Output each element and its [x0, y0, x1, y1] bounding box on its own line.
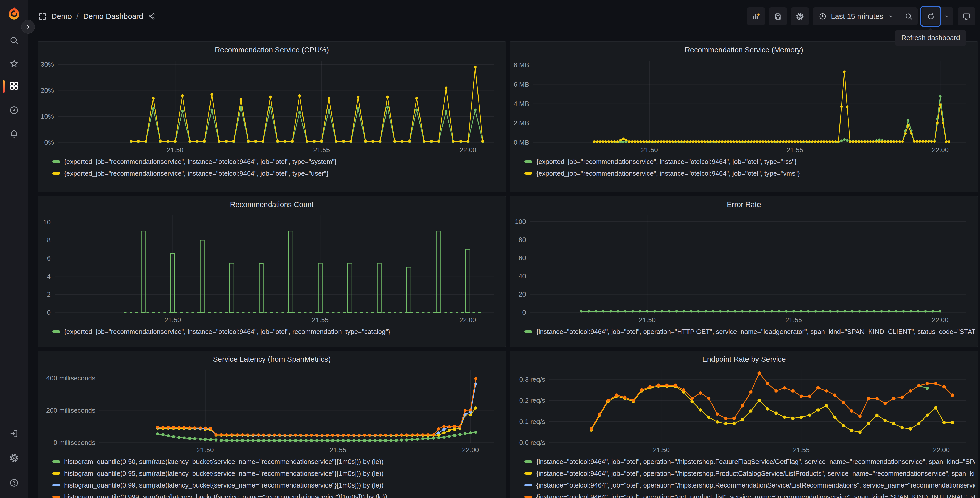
legend-swatch	[525, 172, 532, 175]
error-rate-chart[interactable]: 02040608010021:5021:5522:00	[513, 213, 975, 324]
refresh-interval-dropdown[interactable]	[940, 7, 953, 25]
svg-text:21:55: 21:55	[312, 316, 329, 324]
legend-item[interactable]: {exported_job="recommendationservice", i…	[525, 156, 975, 168]
legend-item[interactable]: histogram_quantile(0.95, sum(rate(latenc…	[52, 468, 503, 479]
grafana-logo[interactable]	[6, 6, 21, 21]
svg-text:400 milliseconds: 400 milliseconds	[46, 374, 95, 382]
svg-text:21:50: 21:50	[197, 446, 213, 454]
help-circle-icon	[9, 478, 19, 488]
time-range-label: Last 15 minutes	[831, 12, 883, 21]
svg-text:20: 20	[519, 290, 526, 298]
panel-cpu: Recommendation Service (CPU%) 0%10%20%30…	[38, 42, 506, 192]
svg-text:0.0 req/s: 0.0 req/s	[519, 439, 545, 446]
legend-item[interactable]: {instance="otelcol:9464", job="otel", op…	[525, 456, 975, 468]
panel-service-latency: Service Latency (from SpanMetrics) 0 mil…	[38, 351, 506, 498]
svg-text:22:00: 22:00	[932, 146, 948, 154]
sidebar-item-dashboards[interactable]	[6, 78, 21, 93]
time-picker-button[interactable]: Last 15 minutes	[813, 7, 899, 25]
refresh-icon	[927, 12, 935, 21]
svg-text:10: 10	[43, 218, 51, 226]
sidebar-item-sign-in[interactable]	[6, 426, 21, 441]
refresh-dashboard-button[interactable]: Refresh dashboard	[922, 7, 940, 25]
star-icon	[9, 59, 19, 69]
sidebar-item-starred[interactable]	[6, 56, 21, 71]
panels-grid: Recommendation Service (CPU%) 0%10%20%30…	[38, 42, 978, 498]
legend-label: {instance="otelcol:9464", job="otel", op…	[536, 493, 975, 498]
sidebar	[0, 0, 28, 498]
legend-item[interactable]: {instance="otelcol:9464", job="otel", op…	[525, 479, 975, 491]
legend-item[interactable]: {exported_job="recommendationservice", i…	[525, 168, 975, 179]
legend-swatch	[52, 460, 60, 463]
legend-item[interactable]: {exported_job="recommendationservice", i…	[52, 156, 503, 168]
service-latency-chart[interactable]: 0 milliseconds200 milliseconds400 millis…	[41, 367, 503, 454]
svg-text:0.1 req/s: 0.1 req/s	[519, 418, 545, 425]
legend-swatch	[525, 472, 532, 475]
legend-swatch	[525, 460, 532, 463]
refresh-tooltip: Refresh dashboard	[895, 30, 966, 46]
recommendations-count-chart[interactable]: 024681021:5021:5522:00	[41, 213, 503, 324]
breadcrumb-page-title[interactable]: Demo Dashboard	[83, 12, 143, 21]
svg-text:0: 0	[47, 308, 51, 316]
legend-item[interactable]: {instance="otelcol:9464", job="otel", op…	[525, 326, 975, 337]
svg-text:21:50: 21:50	[164, 316, 181, 324]
panel-title[interactable]: Service Latency (from SpanMetrics)	[41, 351, 503, 367]
svg-text:30%: 30%	[41, 61, 54, 68]
legend-item[interactable]: {exported_job="recommendationservice", i…	[52, 168, 503, 179]
endpoint-rate-chart[interactable]: 0.0 req/s0.1 req/s0.2 req/s0.3 req/s21:5…	[513, 367, 975, 454]
sidebar-expand-button[interactable]	[21, 20, 35, 34]
legend-label: {instance="otelcol:9464", job="otel", op…	[536, 469, 975, 477]
legend-swatch	[525, 484, 532, 487]
sidebar-item-help[interactable]	[6, 476, 21, 490]
svg-text:2: 2	[47, 290, 51, 298]
legend-item[interactable]: histogram_quantile(0.99, sum(rate(latenc…	[52, 479, 503, 491]
panel-recommendations-count: Recommendations Count 024681021:5021:552…	[38, 196, 506, 347]
panel-title[interactable]: Error Rate	[513, 196, 975, 213]
service-latency-legend: histogram_quantile(0.50, sum(rate(latenc…	[41, 454, 503, 498]
svg-text:10%: 10%	[41, 112, 54, 120]
panel-title[interactable]: Endpoint Rate by Service	[513, 351, 975, 367]
legend-label: histogram_quantile(0.95, sum(rate(latenc…	[64, 469, 383, 477]
svg-text:0: 0	[522, 308, 526, 316]
chevron-right-icon	[25, 24, 31, 30]
panel-title[interactable]: Recommendations Count	[41, 196, 503, 213]
legend-item[interactable]: {exported_job="recommendationservice", i…	[52, 326, 503, 337]
legend-item[interactable]: histogram_quantile(0.50, sum(rate(latenc…	[52, 456, 503, 468]
sidebar-item-search[interactable]	[6, 33, 21, 48]
svg-text:0 milliseconds: 0 milliseconds	[54, 439, 95, 446]
dashboard-toolbar: Last 15 minutes Refresh dashboard	[747, 7, 975, 25]
share-alt-icon[interactable]	[148, 13, 156, 20]
svg-text:200 milliseconds: 200 milliseconds	[46, 407, 95, 414]
legend-label: histogram_quantile(0.50, sum(rate(latenc…	[64, 458, 383, 466]
legend-swatch	[52, 484, 60, 487]
save-dashboard-button[interactable]	[769, 7, 787, 25]
memory-chart[interactable]: 0 MB2 MB4 MB6 MB8 MB21:5021:5522:00	[513, 58, 975, 154]
sidebar-item-settings[interactable]	[6, 450, 21, 465]
legend-item[interactable]: {instance="otelcol:9464", job="otel", op…	[525, 491, 975, 498]
breadcrumb-separator: /	[76, 12, 78, 21]
svg-text:4: 4	[47, 273, 51, 280]
panel-memory: Recommendation Service (Memory) 0 MB2 MB…	[510, 42, 978, 192]
svg-text:0%: 0%	[44, 139, 54, 146]
kiosk-mode-button[interactable]	[958, 7, 975, 25]
legend-swatch	[52, 160, 60, 163]
zoom-out-time-button[interactable]	[900, 7, 918, 25]
legend-item[interactable]: histogram_quantile(0.999, sum(rate(laten…	[52, 491, 503, 498]
legend-label: {exported_job="recommendationservice", i…	[64, 158, 337, 166]
legend-item[interactable]: {instance="otelcol:9464", job="otel", op…	[525, 468, 975, 479]
svg-text:8: 8	[47, 236, 51, 244]
add-panel-button[interactable]	[747, 7, 765, 25]
error-rate-legend: {instance="otelcol:9464", job="otel", op…	[513, 324, 975, 337]
dashboard-settings-button[interactable]	[791, 7, 809, 25]
legend-label: histogram_quantile(0.999, sum(rate(laten…	[64, 493, 387, 498]
svg-text:22:00: 22:00	[932, 316, 948, 324]
svg-text:21:55: 21:55	[313, 146, 330, 154]
legend-swatch	[52, 172, 60, 175]
cpu-chart[interactable]: 0%10%20%30%21:5021:5522:00	[41, 58, 503, 154]
active-nav-indicator	[3, 80, 5, 93]
search-icon	[9, 35, 19, 45]
sidebar-item-alerting[interactable]	[6, 126, 21, 141]
breadcrumb-folder[interactable]: Demo	[51, 12, 72, 21]
panel-title[interactable]: Recommendation Service (CPU%)	[41, 42, 503, 58]
svg-text:6: 6	[47, 254, 51, 262]
sidebar-item-explore[interactable]	[6, 103, 21, 118]
